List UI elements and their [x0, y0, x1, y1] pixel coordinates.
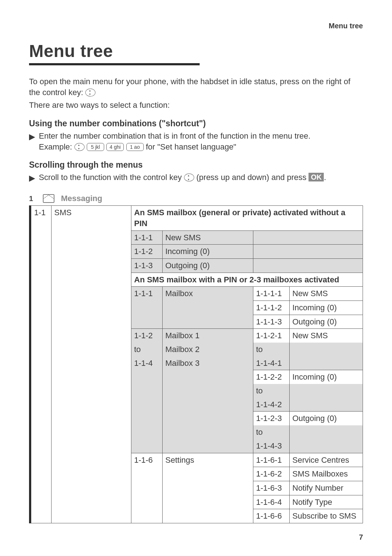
- cell-sub-index: 1-1-4-2: [253, 398, 289, 412]
- cell-sub-name: Subscribe to SMS: [289, 509, 363, 523]
- cell-sub-index: 1-1-6-2: [253, 467, 289, 481]
- cell-sub-name: Notify Type: [289, 495, 363, 509]
- cell-name: New SMS: [162, 230, 253, 245]
- shortcut-bullet: ▶ Enter the number combination that is i…: [29, 131, 363, 152]
- key-1-icon: 1 ao: [126, 143, 144, 151]
- menu-tree-table: 1-1 SMS An SMS mailbox (general or priva…: [29, 205, 363, 523]
- cell-sub-index: to: [253, 425, 289, 439]
- cell-sub-name: New SMS: [289, 329, 363, 343]
- cell-index: 1-1-2: [131, 245, 162, 259]
- table-row: 1-1-1-3 Outgoing (0): [30, 315, 363, 329]
- table-row: 1-1-2 Mailbox 1 1-1-2-1 New SMS: [30, 329, 363, 343]
- cell-sub-index: 1-1-4-1: [253, 356, 289, 370]
- running-header: Menu tree: [29, 22, 363, 30]
- table-row: to: [30, 425, 363, 439]
- table-row: 1-1-6-3 Notify Number: [30, 481, 363, 495]
- table-row: 1-1-6-4 Notify Type: [30, 495, 363, 509]
- cell-sub-index: 1-1-6-3: [253, 481, 289, 495]
- cell-sub-index: 1-1-6-6: [253, 509, 289, 523]
- intro-text-1: To open the main menu for your phone, wi…: [29, 77, 350, 97]
- cell-sub-index: 1-1-6-4: [253, 495, 289, 509]
- section-title: Messaging: [61, 194, 102, 203]
- title-divider: [29, 63, 200, 65]
- control-key-icon: [74, 143, 85, 151]
- cell-sub-index: to: [253, 384, 289, 398]
- cell-index: 1-1-4: [131, 356, 162, 370]
- key-4-icon: 4 ghi: [106, 143, 124, 151]
- cell-sub-name: Outgoing (0): [289, 315, 363, 329]
- table-row: 1-1-1 Mailbox 1-1-1-1 New SMS: [30, 287, 363, 301]
- shortcut-heading: Using the number combinations ("shortcut…: [29, 119, 363, 128]
- cell-sub-index: 1-1-2-1: [253, 329, 289, 343]
- table-row: 1-1-6-6 Subscribe to SMS: [30, 509, 363, 523]
- cell-name: Mailbox: [162, 287, 253, 301]
- cell-sub-name: Notify Number: [289, 481, 363, 495]
- shortcut-example-suffix: for "Set hanset language": [146, 142, 236, 151]
- table-row: 1-1-6-2 SMS Mailboxes: [30, 467, 363, 481]
- table-row: 1-1-3 Outgoing (0): [30, 258, 363, 273]
- cell-name: Mailbox 3: [162, 356, 253, 370]
- scrolling-text-mid: (press up and down) and press: [196, 173, 309, 182]
- page-title: Menu tree: [29, 41, 363, 61]
- cell-sub-name: Incoming (0): [289, 370, 363, 384]
- cell-index: to: [131, 343, 162, 356]
- page-number: 7: [359, 533, 363, 541]
- triangle-bullet-icon: ▶: [29, 131, 35, 152]
- cell-sub-index: 1-1-2-3: [253, 412, 289, 425]
- cell-name: Outgoing (0): [162, 258, 253, 273]
- cell-index: 1-1-6: [131, 453, 162, 467]
- cell-name: Mailbox 2: [162, 343, 253, 356]
- table-row: 1-1-4-2: [30, 398, 363, 412]
- cell-index: 1-1-1: [131, 287, 162, 301]
- cell-sub-name: Outgoing (0): [289, 412, 363, 425]
- cell-sub-index: 1-1-1-3: [253, 315, 289, 329]
- cell-sub-index: 1-1-6-1: [253, 453, 289, 467]
- cell-index: 1-1: [30, 206, 51, 230]
- table-row: to Mailbox 2 to: [30, 343, 363, 356]
- scrolling-text-pre: Scroll to the function with the control …: [39, 173, 184, 182]
- cell-sub-index: 1-1-1-2: [253, 301, 289, 315]
- table-row: to: [30, 384, 363, 398]
- scrolling-bullet: ▶ Scroll to the function with the contro…: [29, 172, 363, 184]
- cell-subheader: An SMS mailbox with a PIN or 2-3 mailbox…: [131, 273, 363, 287]
- control-key-updown-icon: [184, 173, 194, 181]
- cell-index: 1-1-1: [131, 230, 162, 245]
- cell-sub-name: New SMS: [289, 287, 363, 301]
- cell-index: 1-1-2: [131, 329, 162, 343]
- section-number: 1: [29, 195, 36, 203]
- ok-key-icon: OK: [309, 173, 324, 181]
- triangle-bullet-icon: ▶: [29, 172, 35, 184]
- cell-sub-name: Service Centres: [289, 453, 363, 467]
- cell-name: SMS: [51, 206, 131, 230]
- table-row: 1-1-1 New SMS: [30, 230, 363, 245]
- scrolling-text-end: .: [324, 173, 326, 182]
- table-row: 1-1-4 Mailbox 3 1-1-4-1: [30, 356, 363, 370]
- table-row: 1-1-2 Incoming (0): [30, 245, 363, 259]
- table-row: 1-1-2-2 Incoming (0): [30, 370, 363, 384]
- cell-sub-name: Incoming (0): [289, 301, 363, 315]
- scrolling-heading: Scrolling through the menus: [29, 160, 363, 170]
- cell-name: Incoming (0): [162, 245, 253, 259]
- shortcut-example-prefix: Example:: [39, 142, 74, 151]
- cell-sub-index: 1-1-1-1: [253, 287, 289, 301]
- shortcut-line-1: Enter the number combination that is in …: [39, 131, 310, 140]
- cell-sub-index: 1-1-4-3: [253, 439, 289, 453]
- key-5-icon: 5 jkl: [87, 143, 104, 151]
- control-key-icon: [85, 89, 95, 97]
- table-row: 1-1-2-3 Outgoing (0): [30, 412, 363, 425]
- table-row: 1-1-4-3: [30, 439, 363, 453]
- cell-sub-index: to: [253, 343, 289, 356]
- cell-name: Mailbox 1: [162, 329, 253, 343]
- section-1-label: 1 Messaging: [29, 194, 363, 203]
- table-row: 1-1-1-2 Incoming (0): [30, 301, 363, 315]
- table-row: 1-1-6 Settings 1-1-6-1 Service Centres: [30, 453, 363, 467]
- cell-sub-index: 1-1-2-2: [253, 370, 289, 384]
- cell-index: 1-1-3: [131, 258, 162, 273]
- cell-subheader: An SMS mailbox (general or private) acti…: [131, 206, 363, 230]
- cell-sub-name: SMS Mailboxes: [289, 467, 363, 481]
- table-row: An SMS mailbox with a PIN or 2-3 mailbox…: [30, 273, 363, 287]
- intro-paragraph-2: There are two ways to select a function:: [29, 100, 363, 111]
- intro-paragraph-1: To open the main menu for your phone, wi…: [29, 76, 363, 98]
- envelope-icon: [43, 194, 54, 203]
- table-row: 1-1 SMS An SMS mailbox (general or priva…: [30, 206, 363, 230]
